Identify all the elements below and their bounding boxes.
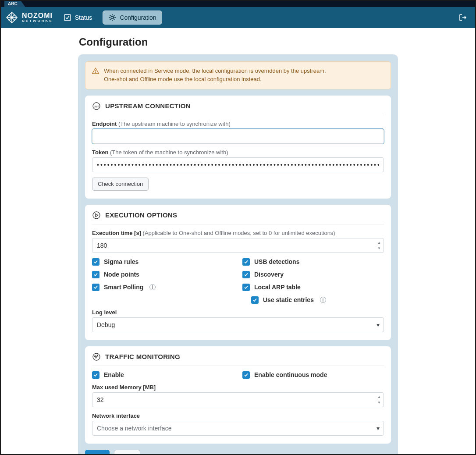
- card-upstream: LIVE UPSTREAM CONNECTION Endpoint (The u…: [85, 96, 391, 199]
- upstream-title: UPSTREAM CONNECTION: [105, 102, 191, 110]
- svg-line-7: [114, 19, 115, 20]
- save-button[interactable]: Save: [85, 450, 110, 455]
- cb-node-points[interactable]: Node points: [92, 271, 234, 278]
- navbar: NOZOMI NETWORKS Status Configuration: [1, 7, 475, 28]
- brand-sub: NETWORKS: [22, 19, 53, 23]
- checkbox-checked-icon: [92, 284, 99, 291]
- execution-title: EXECUTION OPTIONS: [105, 211, 177, 219]
- exec-time-stepper[interactable]: ▲▼: [376, 240, 382, 251]
- max-memory-label: Max used Memory [MB]: [92, 384, 384, 391]
- chevron-down-icon: ▼: [376, 400, 382, 405]
- max-memory-stepper[interactable]: ▲▼: [376, 394, 382, 405]
- logout-icon: [458, 13, 467, 22]
- warning-line1: When connected in Service mode, the loca…: [104, 67, 326, 75]
- exec-time-input[interactable]: [92, 238, 384, 253]
- cb-continuous-mode[interactable]: Enable continuous mode: [242, 371, 384, 379]
- info-icon[interactable]: i: [320, 297, 326, 303]
- svg-point-1: [111, 16, 114, 19]
- checkbox-checked-icon: [242, 284, 250, 291]
- nav-status[interactable]: Status: [58, 11, 98, 25]
- page-title: Configuration: [79, 36, 398, 48]
- checkbox-checked-icon: [242, 258, 250, 266]
- activity-icon: [92, 352, 101, 361]
- chevron-down-icon: ▼: [376, 245, 382, 251]
- network-interface-label: Network interface: [92, 412, 384, 419]
- chevron-up-icon: ▲: [376, 394, 382, 400]
- brand-mark-icon: [5, 11, 18, 24]
- svg-line-9: [110, 19, 111, 20]
- svg-point-11: [95, 72, 96, 73]
- brand-logo: NOZOMI NETWORKS: [5, 11, 53, 24]
- loglevel-select[interactable]: Debug: [92, 317, 384, 332]
- checkbox-checked-icon: [92, 258, 99, 266]
- svg-text:LIVE: LIVE: [94, 105, 99, 107]
- nav-configuration[interactable]: Configuration: [103, 11, 162, 25]
- traffic-title: TRAFFIC MONITORING: [105, 353, 180, 360]
- svg-rect-0: [64, 14, 71, 21]
- cb-use-static-entries[interactable]: Use static entriesi: [251, 296, 384, 304]
- max-memory-input[interactable]: [92, 392, 384, 407]
- app-tag: ARC: [4, 1, 25, 7]
- config-panel: When connected in Service mode, the loca…: [78, 54, 398, 455]
- chevron-up-icon: ▲: [376, 240, 382, 245]
- nav-configuration-label: Configuration: [120, 14, 156, 21]
- nav-status-label: Status: [75, 14, 92, 21]
- check-connection-button[interactable]: Check connection: [92, 178, 149, 191]
- cb-discovery[interactable]: Discovery: [242, 271, 384, 278]
- logout-button[interactable]: [458, 13, 467, 22]
- endpoint-input[interactable]: [92, 129, 384, 144]
- footer-actions: Save Reset: [85, 450, 391, 455]
- svg-line-6: [110, 15, 111, 16]
- svg-point-14: [93, 212, 100, 219]
- window-top-strip: ARC: [1, 1, 475, 7]
- cb-local-arp[interactable]: Local ARP table: [242, 284, 384, 291]
- brand-name: NOZOMI: [22, 12, 53, 19]
- cb-smart-polling[interactable]: Smart Pollingi: [92, 284, 234, 291]
- svg-line-8: [114, 15, 115, 16]
- token-label: Token (The token of the machine to synch…: [92, 149, 384, 156]
- card-execution: EXECUTION OPTIONS Execution time [s] (Ap…: [85, 205, 391, 340]
- checkbox-checked-icon: [251, 296, 259, 304]
- loglevel-label: Log level: [92, 309, 384, 316]
- token-input[interactable]: [92, 157, 384, 172]
- live-icon: LIVE: [92, 102, 101, 110]
- reset-button[interactable]: Reset: [114, 450, 140, 455]
- checkbox-checked-icon: [92, 371, 99, 379]
- status-icon: [64, 14, 71, 21]
- cb-usb-detections[interactable]: USB detections: [242, 258, 384, 266]
- exec-time-label: Execution time [s] (Applicable to One-sh…: [92, 230, 384, 236]
- network-interface-select[interactable]: Choose a network interface: [92, 421, 384, 436]
- cb-sigma-rules[interactable]: Sigma rules: [92, 258, 234, 266]
- checkbox-checked-icon: [92, 271, 99, 278]
- warning-line2: One-shot and Offline mode use the local …: [104, 75, 326, 84]
- checkbox-checked-icon: [242, 271, 250, 278]
- gear-icon: [108, 14, 116, 21]
- warning-banner: When connected in Service mode, the loca…: [85, 61, 391, 89]
- endpoint-label: Endpoint (The upstream machine to synchr…: [92, 121, 384, 127]
- warning-icon: [92, 67, 99, 75]
- card-traffic: TRAFFIC MONITORING Enable Enable continu…: [85, 346, 391, 444]
- info-icon[interactable]: i: [149, 284, 156, 290]
- checkbox-checked-icon: [242, 371, 250, 379]
- play-circle-icon: [92, 211, 101, 220]
- cb-traffic-enable[interactable]: Enable: [92, 371, 234, 379]
